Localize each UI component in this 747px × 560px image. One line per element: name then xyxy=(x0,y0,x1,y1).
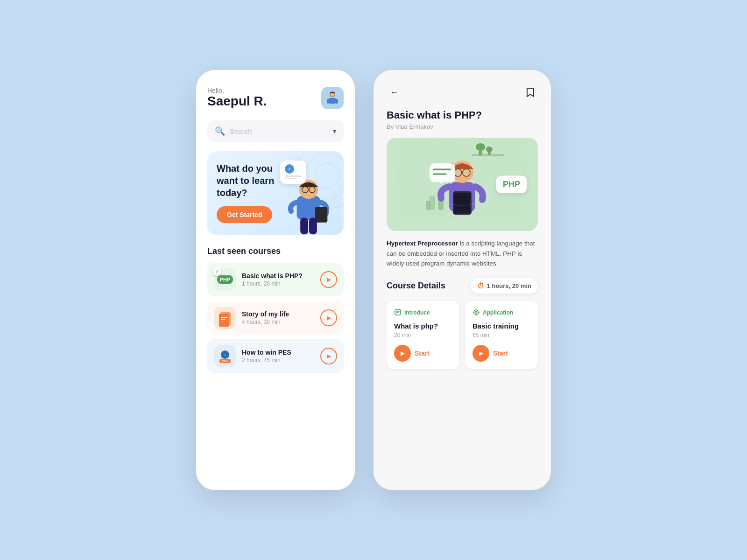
course-icon-pes: = PES xyxy=(214,345,236,367)
course-details-row: Course Details ⏱ 1 hours, 20 min xyxy=(387,278,538,294)
section-title: Last seen courses xyxy=(207,246,344,256)
clock-icon: ⏱ xyxy=(477,282,484,290)
course-details-label: Course Details xyxy=(387,281,445,291)
course-detail-title: Basic what is PHP? xyxy=(387,109,538,121)
module-tag: Application xyxy=(472,308,530,317)
check-icon: ✓ xyxy=(285,164,294,174)
back-button[interactable]: ← xyxy=(387,85,402,100)
svg-rect-4 xyxy=(335,99,338,104)
duration-badge: ⏱ 1 hours, 20 min xyxy=(471,278,538,294)
svg-point-28 xyxy=(415,150,510,205)
duration-value: 1 hours, 20 min xyxy=(487,282,531,289)
header: Hello, Saepul R. xyxy=(207,87,344,109)
left-phone: Hello, Saepul R. 🔍 Search ▾ xyxy=(196,70,355,490)
svg-rect-20 xyxy=(221,317,227,318)
course-item[interactable]: = PES How to win PES 2 hours, 45 min ▶ xyxy=(207,339,344,373)
course-duration: 2 hours, 45 min xyxy=(242,357,315,364)
greeting: Hello, Saepul R. xyxy=(207,87,267,109)
bookmark-button[interactable] xyxy=(523,85,538,100)
module-tag: Introduce xyxy=(394,308,452,317)
svg-rect-48 xyxy=(395,309,401,315)
course-duration: 4 hours, 30 min xyxy=(242,319,315,325)
svg-rect-19 xyxy=(219,314,229,327)
course-item[interactable]: Story of my life 4 hours, 30 min ▶ xyxy=(207,301,344,335)
avatar[interactable] xyxy=(321,87,344,109)
svg-rect-21 xyxy=(221,319,226,320)
start-play-icon: ▶ xyxy=(472,345,489,362)
svg-rect-2 xyxy=(329,98,336,104)
search-icon: 🔍 xyxy=(215,126,225,136)
search-bar-inner: 🔍 Search xyxy=(215,126,328,136)
introduce-icon xyxy=(394,308,402,317)
right-phone: ← Basic what is PHP? By Vlad Ermakov PHP xyxy=(374,70,551,490)
course-info: How to win PES 2 hours, 45 min xyxy=(242,349,315,364)
application-icon xyxy=(472,308,480,317)
checklist-card: ✓ xyxy=(280,161,306,184)
course-name: How to win PES xyxy=(242,349,315,356)
course-author: By Vlad Ermakov xyxy=(387,123,538,130)
course-desc-bold: Hypertext Preprocessor xyxy=(387,240,458,247)
svg-rect-15 xyxy=(300,218,308,235)
start-label: Start xyxy=(493,350,508,357)
course-name: Story of my life xyxy=(242,310,315,318)
module-duration: 20 min xyxy=(394,332,452,338)
chevron-down-icon[interactable]: ▾ xyxy=(333,127,336,135)
promo-banner: ✓ What do you want to learn today? Get S… xyxy=(207,151,344,235)
course-icon-php: PHP ✓ xyxy=(214,268,236,291)
play-button[interactable]: ▶ xyxy=(320,309,337,326)
svg-point-52 xyxy=(475,311,477,313)
play-button[interactable]: ▶ xyxy=(320,348,337,364)
greeting-hello: Hello, xyxy=(207,87,267,94)
svg-rect-14 xyxy=(315,207,327,223)
module-tag-label: Application xyxy=(483,309,513,316)
svg-text:PES: PES xyxy=(222,359,228,363)
search-bar[interactable]: 🔍 Search ▾ xyxy=(207,120,344,142)
start-button[interactable]: ▶ Start xyxy=(472,345,508,362)
module-card: Introduce What is php? 20 min ▶ Start xyxy=(387,301,459,369)
course-duration: 1 hours, 20 min xyxy=(242,280,315,287)
module-card: Application Basic training 65 min ▶ Star… xyxy=(465,301,538,369)
course-item[interactable]: PHP ✓ Basic what is PHP? 1 hours, 20 min… xyxy=(207,263,344,296)
course-info: Story of my life 4 hours, 30 min xyxy=(242,310,315,325)
greeting-name: Saepul R. xyxy=(207,94,267,109)
get-started-button[interactable]: Get Started xyxy=(217,206,272,223)
svg-rect-16 xyxy=(309,218,317,235)
search-input[interactable]: Search xyxy=(230,127,328,135)
course-description: Hypertext Preprocessor is a scripting la… xyxy=(387,238,538,269)
right-header: ← xyxy=(387,85,538,100)
module-name: What is php? xyxy=(394,322,452,330)
module-tag-label: Introduce xyxy=(404,309,430,316)
course-icon-story xyxy=(214,307,236,329)
course-hero-image: PHP xyxy=(387,138,538,231)
course-info: Basic what is PHP? 1 hours, 20 min xyxy=(242,272,315,287)
svg-rect-3 xyxy=(327,99,330,104)
start-play-icon: ▶ xyxy=(394,345,411,362)
modules-grid: Introduce What is php? 20 min ▶ Start xyxy=(387,301,538,369)
start-button[interactable]: ▶ Start xyxy=(394,345,430,362)
play-button[interactable]: ▶ xyxy=(320,271,337,288)
module-duration: 65 min xyxy=(472,332,530,338)
module-name: Basic training xyxy=(472,322,530,330)
start-label: Start xyxy=(415,350,430,357)
svg-text:=: = xyxy=(224,354,226,357)
svg-point-51 xyxy=(474,310,479,315)
php-badge: PHP xyxy=(496,176,527,193)
course-name: Basic what is PHP? xyxy=(242,272,315,280)
